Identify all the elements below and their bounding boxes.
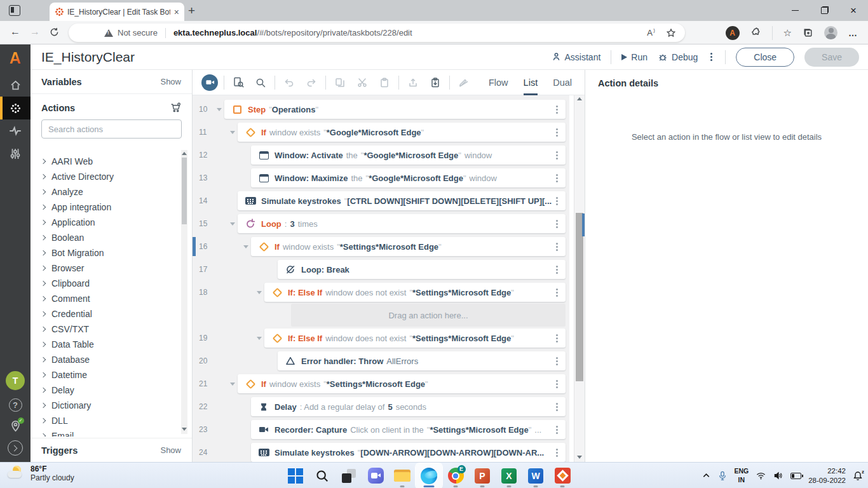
chat-icon[interactable] <box>362 463 389 488</box>
bot-editor-icon[interactable] <box>0 97 31 119</box>
excel-icon[interactable]: X <box>496 463 522 488</box>
tab-close-icon[interactable]: × <box>174 7 179 17</box>
bot-store-cart-icon[interactable] <box>170 102 181 113</box>
browser-settings-menu-icon[interactable]: … <box>848 28 858 38</box>
notifications-bell-icon[interactable]: z <box>853 471 863 481</box>
list-scrollbar[interactable] <box>574 95 585 462</box>
row-menu-button[interactable] <box>556 429 558 431</box>
reload-button[interactable] <box>50 27 59 37</box>
edge-icon[interactable] <box>416 463 442 488</box>
sidebar-scrollbar-thumb[interactable] <box>182 158 187 224</box>
clock-widget[interactable]: 22:42 28-09-2022 <box>808 466 846 485</box>
flow-row[interactable]: 15Loop:3times <box>199 212 566 235</box>
header-more-menu-icon[interactable] <box>710 56 712 58</box>
row-menu-button[interactable] <box>556 246 558 248</box>
drop-zone[interactable]: Drag an action here... <box>291 304 566 327</box>
triggers-show-link[interactable]: Show <box>160 445 181 455</box>
row-expand-toggle[interactable] <box>257 337 262 340</box>
aa-extension-icon[interactable]: A <box>726 26 740 40</box>
action-package-item[interactable]: Database <box>41 352 179 367</box>
row-menu-button[interactable] <box>556 269 558 271</box>
action-package-item[interactable]: Application <box>41 215 179 230</box>
weather-widget[interactable]: 86°F Partly cloudy <box>6 464 74 483</box>
action-card[interactable]: If: Else Ifwindow does not exist"*Settin… <box>264 283 566 302</box>
recorder-button[interactable] <box>201 74 218 91</box>
action-package-item[interactable]: Data Table <box>41 337 179 352</box>
zoom-button[interactable] <box>252 74 269 91</box>
flow-row[interactable]: 12Window: Activatethe"*Google*Microsoft … <box>199 144 566 166</box>
row-menu-button[interactable] <box>556 383 558 385</box>
action-card[interactable]: Window: Activatethe"*Google*Microsoft Ed… <box>251 146 566 165</box>
word-icon[interactable]: W <box>522 463 549 488</box>
not-secure-label[interactable]: Not secure <box>118 28 158 37</box>
microphone-icon[interactable] <box>718 471 727 481</box>
row-menu-button[interactable] <box>556 177 558 179</box>
action-card[interactable]: Loop: Break <box>278 260 566 279</box>
row-menu-button[interactable] <box>556 337 558 339</box>
new-tab-button[interactable]: + <box>188 4 195 18</box>
flow-row[interactable]: 22Delay: Add a regular delay of5seconds <box>199 395 566 418</box>
speaker-icon[interactable] <box>773 471 783 480</box>
action-package-item[interactable]: Boolean <box>41 230 179 245</box>
row-expand-toggle[interactable] <box>257 291 262 294</box>
action-card[interactable]: If: Else Ifwindow does not exist"*Settin… <box>264 329 566 348</box>
sidebar-scrollbar[interactable] <box>181 150 187 434</box>
action-package-item[interactable]: Email <box>41 428 179 437</box>
chrome-icon[interactable]: E <box>442 463 469 488</box>
language-indicator[interactable]: ENG IN <box>734 467 749 484</box>
activity-icon[interactable] <box>0 119 31 142</box>
row-menu-button[interactable] <box>556 406 558 408</box>
row-expand-toggle[interactable] <box>230 131 235 134</box>
favorites-bar-icon[interactable]: ☆ <box>783 27 792 39</box>
row-menu-button[interactable] <box>556 132 558 133</box>
debug-button[interactable]: Debug <box>658 52 698 62</box>
action-package-item[interactable]: Clipboard <box>41 276 179 291</box>
user-avatar[interactable]: T <box>6 371 25 390</box>
row-menu-button[interactable] <box>556 452 558 454</box>
action-package-item[interactable]: Dictionary <box>41 398 179 413</box>
settings-sliders-icon[interactable] <box>0 142 31 165</box>
action-card[interactable]: Step"Operations" <box>224 100 566 119</box>
row-menu-button[interactable] <box>556 223 558 225</box>
flow-row[interactable]: 17Loop: Break <box>199 258 566 281</box>
action-card[interactable]: Loop:3times <box>238 214 566 233</box>
action-package-item[interactable]: Datetime <box>41 367 179 383</box>
flow-row[interactable]: 18If: Else Ifwindow does not exist"*Sett… <box>199 281 566 304</box>
not-secure-warning-icon[interactable] <box>104 29 113 37</box>
row-menu-button[interactable] <box>556 360 558 362</box>
search-actions-input[interactable] <box>41 119 182 139</box>
row-menu-button[interactable] <box>556 292 558 294</box>
action-card[interactable]: Simulate keystrokes"[CTRL DOWN][SHIFT DO… <box>238 191 566 210</box>
row-menu-button[interactable] <box>556 200 558 202</box>
flow-row[interactable]: 19If: Else Ifwindow does not exist"*Sett… <box>199 327 566 349</box>
help-icon[interactable]: ? <box>9 398 22 412</box>
file-explorer-icon[interactable] <box>389 463 416 488</box>
flow-row[interactable]: 10Step"Operations" <box>199 98 566 121</box>
hidden-icons-chevron-icon[interactable] <box>702 471 711 480</box>
flow-row[interactable]: 16Ifwindow exists"*Settings*Microsoft Ed… <box>199 235 566 258</box>
action-package-item[interactable]: Analyze <box>41 184 179 200</box>
flow-row[interactable]: 20Error handler: ThrowAllErrors <box>199 349 566 372</box>
variables-show-link[interactable]: Show <box>160 77 181 86</box>
task-view-icon[interactable] <box>336 463 362 488</box>
aa-bot-agent-icon[interactable] <box>549 463 576 488</box>
action-card[interactable]: Simulate keystrokes"[DOWN-ARROW][DOWN-AR… <box>251 443 566 462</box>
action-card[interactable]: Ifwindow exists"*Settings*Microsoft Edge… <box>238 374 566 393</box>
expand-rail-icon[interactable] <box>8 440 23 456</box>
view-tab-list[interactable]: List <box>524 70 538 95</box>
window-close-button[interactable]: × <box>839 0 868 21</box>
action-card[interactable]: Error handler: ThrowAllErrors <box>278 351 566 370</box>
view-tab-flow[interactable]: Flow <box>489 70 508 95</box>
action-package-item[interactable]: Delay <box>41 383 179 398</box>
browser-profile-avatar[interactable] <box>824 26 837 39</box>
close-button[interactable]: Close <box>736 48 794 67</box>
row-expand-toggle[interactable] <box>217 108 222 111</box>
action-card[interactable]: Delay: Add a regular delay of5seconds <box>251 397 566 416</box>
action-card[interactable]: Recorder: CaptureClick on client in the"… <box>251 420 566 439</box>
flow-row[interactable]: 13Window: Maximizethe"*Google*Microsoft … <box>199 166 566 189</box>
action-package-item[interactable]: Comment <box>41 291 179 306</box>
action-package-item[interactable]: DLL <box>41 413 179 428</box>
row-expand-toggle[interactable] <box>230 222 235 226</box>
action-package-item[interactable]: CSV/TXT <box>41 322 179 337</box>
row-menu-button[interactable] <box>556 154 558 156</box>
